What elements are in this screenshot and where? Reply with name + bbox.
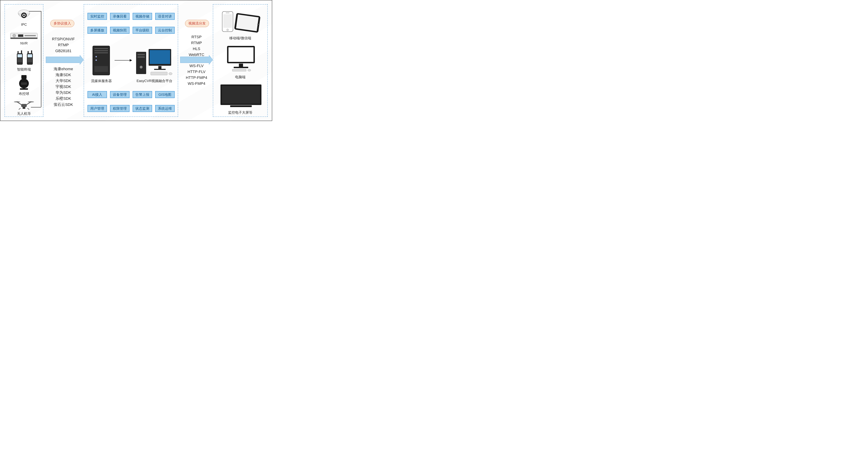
distribute-formats-b: WS-FLV HTTP-FLV HTTP-FMP4 WS-FMP4: [184, 63, 209, 87]
svg-line-30: [19, 108, 21, 110]
svg-rect-58: [228, 47, 253, 62]
desktop-pc-icon: [225, 45, 256, 72]
svg-rect-53: [226, 12, 229, 13]
svg-point-3: [23, 15, 25, 16]
capability-box: 多屏播放: [88, 27, 107, 34]
protocol: RTSP/ONVIF: [50, 36, 76, 42]
capability-box: 设备管理: [110, 91, 129, 98]
inputs-panel: IPC NVR: [4, 4, 43, 117]
pill-text: 视频流分发: [188, 21, 206, 25]
svg-rect-13: [21, 50, 22, 54]
dome-camera-icon: [17, 9, 31, 22]
svg-rect-8: [18, 34, 23, 37]
format: WS-FMP4: [184, 81, 209, 87]
device-nvr: NVR: [5, 32, 43, 46]
distribute-formats-a: RTSP RTMP HLS WebRTC: [184, 34, 209, 58]
capability-box: 平台级联: [133, 27, 152, 34]
server-icon: [92, 45, 111, 77]
svg-line-31: [27, 108, 29, 110]
format: HLS: [184, 46, 209, 52]
ingest-sdk-protocols: 海康ehome 海康SDK 大华SDK 宇视SDK 华为SDK 乐橙SDK 萤石…: [50, 66, 76, 108]
svg-point-49: [169, 73, 172, 75]
svg-point-4: [25, 14, 25, 15]
svg-rect-9: [25, 35, 36, 36]
protocol: 海康SDK: [50, 72, 76, 78]
device-label: IPC: [21, 23, 27, 27]
svg-rect-60: [234, 67, 248, 68]
svg-rect-28: [21, 104, 27, 107]
format: HTTP-FLV: [184, 69, 209, 75]
mobile-devices-icon: [219, 10, 262, 33]
distribute-title-pill: 视频流分发: [185, 20, 209, 27]
cap-row: 用户管理 权限管理 状态监测 系统运维: [88, 105, 175, 112]
protocol: RTMP: [50, 42, 76, 48]
ptz-camera-icon: [17, 75, 31, 90]
capability-box: 视频快照: [110, 27, 129, 34]
protocol: GB28181: [50, 48, 76, 54]
cap-row: 实时监控 录像回看 视频存储 语音对讲: [88, 13, 175, 20]
platform-panel: 实时监控 录像回看 视频存储 语音对讲 多屏播放 视频快照 平台级联 云台控制: [84, 4, 178, 117]
capability-box: 云台控制: [155, 27, 175, 34]
server-label: 流媒体服务器: [89, 79, 114, 83]
cap-row: 多屏播放 视频快照 平台级联 云台控制: [88, 27, 175, 34]
protocol: 萤石云SDK: [50, 102, 76, 108]
device-label: NVR: [20, 41, 28, 46]
svg-rect-64: [222, 86, 260, 104]
svg-point-62: [248, 69, 251, 71]
video-wall-icon: [220, 84, 262, 108]
svg-rect-35: [94, 50, 108, 51]
ingest-standard-protocols: RTSP/ONVIF RTMP GB28181: [50, 36, 76, 54]
protocol: 华为SDK: [50, 90, 76, 95]
svg-rect-19: [28, 51, 29, 53]
svg-rect-18: [31, 50, 32, 54]
device-uav: 无人机等: [5, 99, 43, 116]
protocol: 乐橙SDK: [50, 95, 76, 102]
cap-row: AI接入 设备管理 告警上报 GIS地图: [88, 91, 175, 98]
capability-box: AI接入: [88, 91, 107, 98]
capability-box: 系统运维: [155, 105, 175, 112]
svg-rect-39: [94, 66, 108, 72]
capability-box: GIS地图: [155, 91, 175, 98]
capability-box: 权限管理: [110, 105, 129, 112]
drone-icon: [13, 99, 34, 110]
svg-point-7: [13, 34, 16, 37]
svg-point-37: [95, 56, 97, 57]
svg-rect-65: [230, 105, 252, 107]
svg-rect-36: [94, 53, 108, 53]
format: HTTP-FMP4: [184, 75, 209, 81]
client-label-wall: 监控电子大屏等: [213, 110, 267, 115]
flow-arrow-ingest: [46, 57, 80, 63]
capability-box: 录像回看: [110, 13, 129, 20]
nvr-icon: [10, 32, 38, 40]
svg-rect-6: [10, 37, 37, 39]
svg-rect-11: [18, 54, 22, 57]
svg-rect-29: [23, 107, 25, 109]
ingest-title-pill: 多协议接入: [50, 20, 74, 27]
svg-rect-34: [94, 48, 108, 49]
product-label: EasyCVR视频融合平台: [134, 79, 175, 83]
format: WS-FLV: [184, 63, 209, 69]
svg-line-26: [17, 102, 22, 105]
capability-box: 用户管理: [88, 105, 107, 112]
device-label: 布控球: [19, 91, 29, 96]
client-label-mobile: 移动端/微信端: [213, 36, 267, 40]
svg-rect-48: [151, 72, 167, 75]
device-label: 智能终端: [17, 67, 31, 72]
device-ptz-ball: 布控球: [5, 75, 43, 96]
svg-rect-41: [137, 54, 145, 55]
clients-panel: 移动端/微信端 电脑端 监控电子大屏等: [213, 4, 268, 117]
svg-rect-45: [150, 50, 170, 64]
protocol: 宇视SDK: [50, 84, 76, 90]
flow-arrow-distribute: [180, 57, 209, 63]
svg-line-27: [26, 102, 31, 105]
protocol: 大华SDK: [50, 78, 76, 84]
architecture-diagram: IPC NVR: [0, 0, 272, 121]
capability-box: 告警上报: [133, 91, 152, 98]
svg-point-43: [140, 66, 143, 68]
svg-point-38: [95, 59, 97, 61]
svg-rect-20: [21, 75, 27, 79]
device-label: 无人机等: [17, 111, 31, 116]
svg-rect-12: [18, 58, 22, 62]
svg-rect-59: [239, 64, 243, 67]
pill-text: 多协议接入: [54, 21, 71, 25]
